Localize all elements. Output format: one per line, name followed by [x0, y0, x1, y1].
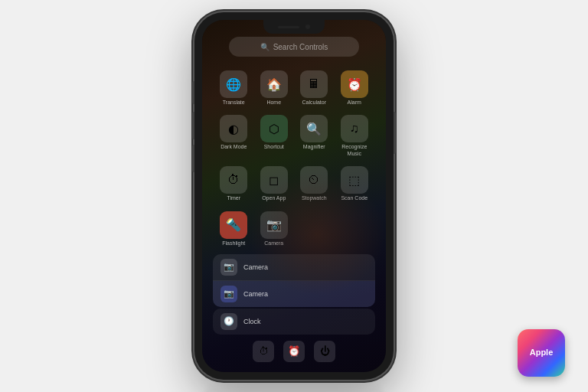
clock-icon: 🕐 — [220, 313, 237, 330]
controls-grid: 🌐 Translate 🏠 Home 🖩 Calculator ⏰ — [202, 64, 386, 253]
icon-alarm[interactable]: ⏰ Alarm — [335, 67, 374, 109]
icon-recognize-music[interactable]: ♫ Recognize Music — [335, 112, 374, 160]
camera-label: Camera — [264, 240, 283, 247]
shortcut-icon-bg: ⬡ — [260, 115, 288, 142]
clock-label: Clock — [243, 318, 261, 325]
icon-timer[interactable]: ⏱ Timer — [214, 163, 253, 204]
phone-reflection — [202, 380, 386, 392]
search-placeholder: Search Controls — [273, 43, 328, 51]
camera-icon-bg: 📷 — [260, 211, 288, 239]
shortcut-label: Shortcut — [264, 144, 284, 150]
context-camera-header-icon: 📷 — [220, 259, 237, 276]
stopwatch-icon-bg: ⏲ — [300, 166, 328, 194]
clock-row: 🕐 Clock — [220, 313, 368, 330]
power-button — [394, 112, 396, 154]
phone-notch — [263, 20, 325, 34]
context-camera-header-label: Camera — [243, 263, 268, 271]
icon-open-app[interactable]: ◻ Open App — [255, 163, 294, 204]
icon-dark-mode[interactable]: ◐ Dark Mode — [214, 112, 253, 160]
phone-body: 🔍 Search Controls 🌐 Translate 🏠 Home — [194, 12, 394, 380]
translate-icon-bg: 🌐 — [220, 70, 247, 98]
home-label: Home — [266, 100, 281, 106]
clock-section: 🕐 Clock — [213, 309, 375, 335]
scan-code-label: Scan Code — [341, 195, 368, 201]
magnifier-label: Magnifier — [303, 144, 325, 150]
search-bar[interactable]: 🔍 Search Controls — [229, 37, 359, 57]
icon-calculator[interactable]: 🖩 Calculator — [295, 67, 334, 109]
flashlight-icon-bg: 🔦 — [220, 211, 247, 239]
stopwatch-label: Stopwatch — [302, 195, 327, 201]
timer-label: Timer — [227, 195, 240, 201]
speaker — [278, 26, 299, 28]
calculator-label: Calculator — [302, 100, 326, 106]
icon-shortcut[interactable]: ⬡ Shortcut — [255, 112, 294, 160]
phone-screen: 🔍 Search Controls 🌐 Translate 🏠 Home — [202, 20, 386, 372]
alarm-label: Alarm — [348, 100, 361, 106]
context-camera-item[interactable]: 📷 Camera — [213, 281, 375, 307]
icon-scan-code[interactable]: ⬚ Scan Code — [335, 163, 374, 204]
icon-translate[interactable]: 🌐 Translate — [214, 67, 253, 109]
open-app-label: Open App — [262, 195, 286, 201]
bottom-icon-timer[interactable]: ⏱ — [253, 341, 274, 362]
calculator-icon-bg: 🖩 — [300, 70, 328, 98]
icon-magnifier[interactable]: 🔍 Magnifier — [295, 112, 334, 160]
bottom-icon-alarm[interactable]: ⏰ — [283, 341, 305, 362]
icon-camera[interactable]: 📷 Camera — [255, 208, 294, 250]
flashlight-label: Flashlight — [222, 240, 245, 247]
bottom-icon-power[interactable]: ⏻ — [314, 341, 335, 362]
silent-button — [192, 81, 194, 104]
open-app-icon-bg: ◻ — [260, 166, 288, 194]
phone-mockup: 🔍 Search Controls 🌐 Translate 🏠 Home — [194, 12, 394, 380]
context-camera-item-label: Camera — [243, 290, 268, 298]
front-camera — [305, 24, 310, 29]
recognize-music-label: Recognize Music — [337, 144, 373, 157]
scan-code-icon-bg: ⬚ — [341, 166, 368, 194]
volume-down-button — [192, 145, 194, 172]
camera-context-section: 📷 Camera 📷 Camera — [213, 254, 375, 307]
icon-flashlight[interactable]: 🔦 Flashlight — [214, 208, 253, 250]
timer-icon-bg: ⏱ — [220, 166, 247, 194]
icon-stopwatch[interactable]: ⏲ Stopwatch — [295, 163, 334, 204]
alarm-icon-bg: ⏰ — [341, 70, 368, 98]
translate-label: Translate — [223, 100, 245, 106]
home-icon-bg: 🏠 — [260, 70, 288, 98]
volume-up-button — [192, 112, 194, 139]
apple-badge-text: Apple — [530, 348, 554, 358]
bottom-icons-row: ⏱ ⏰ ⏻ — [202, 336, 386, 362]
icon-home[interactable]: 🏠 Home — [255, 67, 294, 109]
search-icon: 🔍 — [260, 43, 270, 51]
apple-badge: Apple — [518, 329, 565, 377]
screen-content: 🔍 Search Controls 🌐 Translate 🏠 Home — [202, 20, 386, 372]
recognize-music-icon-bg: ♫ — [341, 115, 368, 142]
dark-mode-icon-bg: ◐ — [220, 115, 247, 142]
dark-mode-label: Dark Mode — [220, 144, 247, 150]
context-camera-header: 📷 Camera — [213, 254, 375, 281]
magnifier-icon-bg: 🔍 — [300, 115, 328, 142]
context-camera-item-icon: 📷 — [220, 286, 237, 302]
